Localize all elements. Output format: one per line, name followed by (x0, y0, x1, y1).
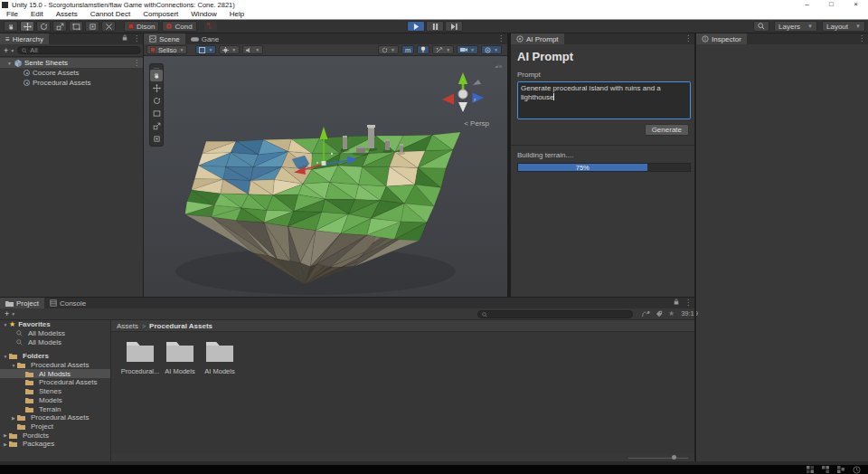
grid-toggle[interactable]: m (401, 45, 414, 54)
overlay-drag-handle[interactable] (154, 65, 159, 69)
hierarchy-scene-row[interactable]: ▼ Sente Sheets ⋮ (0, 58, 143, 68)
menu-cannot-dect[interactable]: Cannot Dect (84, 10, 137, 18)
layout-dropdown[interactable]: Layout ▼ (822, 21, 865, 32)
ai-panel-menu-icon[interactable]: ⋮ (682, 33, 694, 44)
perspective-label[interactable]: < Persp (464, 119, 489, 128)
overlay-scale-tool[interactable] (150, 120, 163, 132)
favorite-search-icon[interactable]: ★ (668, 309, 675, 318)
activity-indicator-icon[interactable] (853, 466, 861, 474)
chevron-down-icon[interactable]: ▼ (10, 48, 14, 53)
asset-procedural[interactable]: Procedural... (120, 339, 160, 375)
scale-tool-button[interactable] (52, 21, 67, 32)
panel-splitter[interactable] (507, 33, 511, 297)
tab-scene[interactable]: Scene (144, 33, 185, 44)
cond-button[interactable]: Cond (162, 21, 196, 32)
expand-arrow-icon[interactable]: ▶ (10, 415, 17, 421)
transform-tool-button[interactable] (85, 21, 99, 32)
maximize-button[interactable]: □ (819, 0, 844, 9)
hierarchy-create-button[interactable]: + (2, 46, 10, 55)
tree-item-packages[interactable]: ▶Packages (0, 440, 110, 449)
tab-project[interactable]: Project (0, 298, 44, 308)
tab-inspector[interactable]: Inspector (696, 33, 747, 44)
lighting-toggle[interactable]: ▼ (219, 45, 240, 54)
breadcrumb-assets[interactable]: Assets (117, 322, 138, 330)
scene-canvas[interactable]: x z 🔓︎a < Persp (144, 56, 507, 297)
tree-item-stenes[interactable]: Stenes (0, 387, 110, 396)
menu-help[interactable]: Help (223, 10, 250, 18)
hand-tool-button[interactable] (4, 21, 18, 32)
tab-hierarchy[interactable]: ≡ Hierarchy (0, 33, 49, 44)
scene-menu-icon[interactable]: ⋮ (495, 33, 507, 44)
inspector-menu-icon[interactable]: ⋮ (855, 33, 868, 44)
tree-item-ai-modsls[interactable]: AI Modsls (0, 369, 110, 378)
menu-file[interactable]: File (0, 10, 24, 18)
menu-window[interactable]: Window (184, 10, 222, 18)
menu-assets[interactable]: Assets (50, 10, 84, 18)
code-coverage-icon[interactable] (822, 466, 829, 473)
tab-game[interactable]: Gane (185, 33, 225, 44)
project-lock-icon[interactable] (671, 298, 682, 308)
project-menu-icon[interactable]: ⋮ (682, 298, 694, 308)
expand-arrow-icon[interactable]: ▼ (2, 322, 9, 327)
custom-tool-button[interactable] (101, 21, 116, 32)
hierarchy-lock-icon[interactable] (119, 33, 130, 44)
cache-server-icon[interactable] (807, 466, 814, 473)
pause-button[interactable] (426, 21, 444, 32)
asset-ai-models[interactable]: AI Models (160, 339, 200, 375)
favorite-item-all-modelss[interactable]: All Modelss (0, 329, 110, 338)
tree-item-procedural-assets[interactable]: Procedural Assets (0, 378, 110, 387)
shading-mode-dropdown[interactable]: Seliso ▼ (146, 45, 187, 54)
minimize-button[interactable]: – (795, 0, 819, 9)
view-2d-toggle[interactable]: ▼ (195, 45, 216, 54)
hierarchy-search-input[interactable]: All (17, 46, 141, 54)
play-button[interactable] (407, 21, 425, 32)
breadcrumb-current[interactable]: Procedural Assets (149, 322, 212, 330)
tab-console[interactable]: Console (44, 298, 91, 308)
thumbnail-size-slider[interactable] (628, 456, 688, 460)
tab-ai-prompt[interactable]: AI Prompt (511, 33, 564, 44)
step-button[interactable] (445, 21, 463, 32)
tree-item-pordicts[interactable]: ▶Pordicts (0, 431, 110, 440)
chevron-down-icon[interactable]: ▼ (11, 311, 15, 317)
hierarchy-item-cocore-assets[interactable]: Cocore Assets (0, 68, 143, 78)
snap-rotate-dropdown[interactable]: ▼ (378, 45, 399, 54)
overlay-rotate-tool[interactable] (150, 95, 163, 107)
panel-splitter[interactable] (694, 33, 696, 461)
view-orientation-gizmo[interactable]: x z (431, 67, 495, 123)
overlay-move-tool[interactable] (150, 82, 163, 94)
scene-light-toggle[interactable] (417, 45, 429, 54)
expand-arrow-icon[interactable]: ▼ (2, 354, 9, 359)
tree-item-project[interactable]: Project (0, 422, 110, 431)
overlay-rect-tool[interactable] (150, 108, 163, 119)
tree-item-models[interactable]: Models (0, 396, 110, 405)
panel-splitter[interactable] (0, 297, 694, 298)
asset-ai-models[interactable]: AI Models (200, 339, 240, 375)
slider-knob[interactable] (672, 455, 676, 460)
favorites-group[interactable]: ▼★Favorites (0, 320, 110, 329)
hierarchy-menu-icon[interactable]: ⋮ (130, 33, 143, 44)
close-button[interactable]: × (844, 0, 868, 9)
expand-arrow-icon[interactable]: ▶ (2, 432, 9, 438)
project-search-input[interactable] (477, 310, 633, 318)
hierarchy-item-procedural-assets[interactable]: Procedural Assets (0, 78, 143, 88)
favorite-item-all-models[interactable]: All Models (0, 337, 110, 346)
menu-composert[interactable]: Composert (137, 10, 184, 18)
tree-item-procedural-assets[interactable]: ▶Procedural Assets (0, 413, 110, 422)
dison-button[interactable]: Dison (124, 21, 159, 32)
rect-tool-button[interactable] (69, 21, 83, 32)
scene-row-menu-icon[interactable]: ⋮ (130, 58, 143, 69)
layers-dropdown[interactable]: Layers ▼ (774, 21, 817, 32)
overlay-hand-tool[interactable] (150, 70, 163, 81)
move-tool-button[interactable] (20, 21, 34, 32)
extra-toolbar-icon[interactable] (204, 22, 217, 32)
expand-arrow-icon[interactable]: ▼ (10, 363, 17, 368)
expand-arrow-icon[interactable]: ▼ (7, 61, 12, 66)
rotate-tool-button[interactable] (36, 21, 51, 32)
search-by-type-icon[interactable] (642, 310, 650, 318)
account-search-button[interactable] (753, 21, 769, 32)
search-by-label-icon[interactable] (656, 310, 663, 318)
camera-dropdown[interactable]: ▼ (457, 45, 478, 54)
progress-tasks-icon[interactable] (837, 466, 844, 473)
tree-item-procedural-assets[interactable]: ▼Procedural Assets (0, 361, 110, 370)
expand-arrow-icon[interactable]: ▶ (2, 441, 9, 447)
